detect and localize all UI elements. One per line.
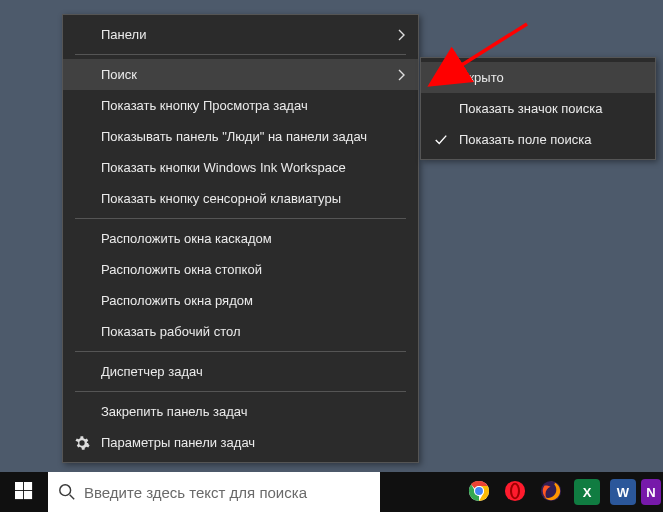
tray-icon-onenote[interactable]: N bbox=[641, 472, 663, 512]
svg-rect-3 bbox=[15, 491, 23, 499]
opera-icon bbox=[504, 480, 526, 505]
svg-rect-1 bbox=[15, 482, 23, 490]
menu-item-taskbar-settings[interactable]: Параметры панели задач bbox=[63, 427, 418, 458]
submenu-item-label: Показать значок поиска bbox=[459, 101, 603, 116]
taskbar-spacer bbox=[380, 472, 461, 512]
annotation-arrow bbox=[435, 18, 535, 78]
svg-point-12 bbox=[512, 484, 518, 497]
menu-item-cascade[interactable]: Расположить окна каскадом bbox=[63, 223, 418, 254]
menu-item-label: Поиск bbox=[101, 67, 137, 82]
tray-icon-opera[interactable] bbox=[497, 472, 533, 512]
tray-icon-word[interactable]: W bbox=[605, 472, 641, 512]
menu-item-label: Расположить окна стопкой bbox=[101, 262, 262, 277]
tray-icon-chrome[interactable] bbox=[461, 472, 497, 512]
submenu-item-label: Показать поле поиска bbox=[459, 132, 592, 147]
taskbar: Введите здесь текст для поиска bbox=[0, 472, 663, 512]
chevron-right-icon bbox=[398, 28, 406, 42]
menu-item-label: Показать кнопку Просмотра задач bbox=[101, 98, 308, 113]
menu-item-taskview[interactable]: Показать кнопку Просмотра задач bbox=[63, 90, 418, 121]
windows-logo-icon bbox=[15, 482, 33, 503]
menu-item-label: Расположить окна рядом bbox=[101, 293, 253, 308]
excel-icon: X bbox=[574, 479, 600, 505]
onenote-letter: N bbox=[646, 485, 655, 500]
menu-item-label: Параметры панели задач bbox=[101, 435, 255, 450]
menu-item-lock-taskbar[interactable]: Закрепить панель задач bbox=[63, 396, 418, 427]
submenu-item-show-field[interactable]: Показать поле поиска bbox=[421, 124, 655, 155]
menu-item-touchkbd[interactable]: Показать кнопку сенсорной клавиатуры bbox=[63, 183, 418, 214]
svg-line-0 bbox=[457, 24, 527, 68]
menu-item-label: Диспетчер задач bbox=[101, 364, 203, 379]
menu-item-label: Показать кнопки Windows Ink Workspace bbox=[101, 160, 346, 175]
onenote-icon: N bbox=[641, 479, 661, 505]
menu-item-label: Показывать панель "Люди" на панели задач bbox=[101, 129, 367, 144]
menu-item-stacked[interactable]: Расположить окна стопкой bbox=[63, 254, 418, 285]
excel-letter: X bbox=[583, 485, 592, 500]
svg-line-6 bbox=[70, 495, 75, 500]
word-letter: W bbox=[617, 485, 629, 500]
menu-item-label: Панели bbox=[101, 27, 146, 42]
svg-rect-2 bbox=[24, 482, 32, 490]
tray-icon-excel[interactable]: X bbox=[569, 472, 605, 512]
menu-item-search[interactable]: Поиск bbox=[63, 59, 418, 90]
menu-item-label: Показать рабочий стол bbox=[101, 324, 240, 339]
firefox-icon bbox=[540, 480, 562, 505]
gear-icon bbox=[73, 434, 91, 452]
svg-point-5 bbox=[60, 485, 71, 496]
search-icon bbox=[58, 483, 76, 501]
menu-item-label: Закрепить панель задач bbox=[101, 404, 248, 419]
menu-item-ink[interactable]: Показать кнопки Windows Ink Workspace bbox=[63, 152, 418, 183]
chrome-icon bbox=[468, 480, 490, 505]
menu-item-label: Показать кнопку сенсорной клавиатуры bbox=[101, 191, 341, 206]
menu-item-task-manager[interactable]: Диспетчер задач bbox=[63, 356, 418, 387]
menu-item-people[interactable]: Показывать панель "Люди" на панели задач bbox=[63, 121, 418, 152]
menu-separator bbox=[75, 351, 406, 352]
word-icon: W bbox=[610, 479, 636, 505]
menu-item-label: Расположить окна каскадом bbox=[101, 231, 272, 246]
svg-point-9 bbox=[475, 487, 483, 495]
menu-separator bbox=[75, 391, 406, 392]
taskbar-tray: X W N bbox=[461, 472, 663, 512]
check-icon bbox=[433, 132, 449, 148]
search-placeholder: Введите здесь текст для поиска bbox=[84, 484, 307, 501]
menu-separator bbox=[75, 218, 406, 219]
taskbar-context-menu: Панели Поиск Показать кнопку Просмотра з… bbox=[62, 14, 419, 463]
start-button[interactable] bbox=[0, 472, 48, 512]
menu-item-panels[interactable]: Панели bbox=[63, 19, 418, 50]
svg-rect-4 bbox=[24, 491, 32, 499]
menu-item-show-desktop[interactable]: Показать рабочий стол bbox=[63, 316, 418, 347]
tray-icon-firefox[interactable] bbox=[533, 472, 569, 512]
menu-item-sidebyside[interactable]: Расположить окна рядом bbox=[63, 285, 418, 316]
chevron-right-icon bbox=[398, 68, 406, 82]
taskbar-search-box[interactable]: Введите здесь текст для поиска bbox=[48, 472, 380, 512]
menu-separator bbox=[75, 54, 406, 55]
submenu-item-show-icon[interactable]: Показать значок поиска bbox=[421, 93, 655, 124]
